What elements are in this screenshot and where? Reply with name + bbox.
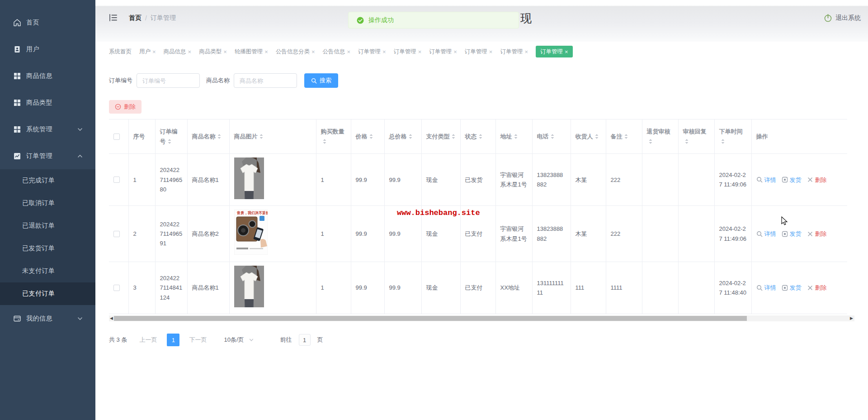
scroll-right-arrow[interactable]: ▶ [850,315,853,321]
sidebar-item-订单管理[interactable]: 订单管理 [0,143,95,169]
horizontal-scrollbar[interactable]: ◀ ▶ [109,315,854,321]
tab-close-icon[interactable]: × [311,48,315,55]
tab-轮播图管理-4[interactable]: 轮播图管理× [235,48,268,56]
prev-page-button[interactable]: 上一页 [139,336,157,344]
tab-close-icon[interactable]: × [489,48,493,55]
tab-close-icon[interactable]: × [152,48,156,55]
column-header-product_name[interactable]: 商品名称 [187,119,229,154]
sidebar-subitem-已支付订单[interactable]: 已支付订单 [0,282,95,305]
column-header-total_price[interactable]: 总价格 [384,119,421,154]
sidebar-subitem-已退款订单[interactable]: 已退款订单 [0,215,95,237]
column-header-refund_audit[interactable]: 退货审核 [642,119,678,154]
column-header-audit_reply[interactable]: 审核回复 [678,119,714,154]
column-header-quantity[interactable]: 购买数量 [316,119,351,154]
tab-订单管理-7[interactable]: 订单管理× [358,48,386,56]
row-checkbox[interactable] [113,177,120,183]
column-header-remark[interactable]: 备注 [606,119,642,154]
tab-close-icon[interactable]: × [347,48,350,55]
tab-close-icon[interactable]: × [418,48,422,55]
sort-caret-icon[interactable] [624,133,628,140]
column-header-order_no[interactable]: 订单编号 [155,119,187,154]
sort-caret-icon[interactable] [721,138,725,145]
sidebar-subitem-未支付订单[interactable]: 未支付订单 [0,260,95,282]
next-page-button[interactable]: 下一页 [189,336,207,344]
tab-订单管理-12[interactable]: 订单管理× [536,46,573,57]
column-header-phone[interactable]: 电话 [532,119,571,154]
sidebar-subitem-已完成订单[interactable]: 已完成订单 [0,169,95,192]
action-ship-link[interactable]: 发货 [782,175,802,185]
column-header-pay_type[interactable]: 支付类型 [421,119,460,154]
search-button[interactable]: 搜索 [304,73,338,88]
tab-订单管理-10[interactable]: 订单管理× [465,48,493,56]
sort-caret-icon[interactable] [259,133,264,140]
sort-caret-icon[interactable] [451,133,456,140]
tab-close-icon[interactable]: × [524,48,528,55]
tab-用户-1[interactable]: 用户× [139,48,156,56]
page-size-select[interactable]: 10条/页 [224,336,254,344]
tab-close-icon[interactable]: × [188,48,192,55]
breadcrumb-home[interactable]: 首页 [129,14,142,22]
tab-close-icon[interactable]: × [453,48,457,55]
action-ship-link[interactable]: 发货 [782,283,802,292]
goto-page-input[interactable]: 1 [299,334,311,346]
collapse-menu-icon[interactable] [108,13,118,23]
sort-caret-icon[interactable] [217,133,222,140]
tab-close-icon[interactable]: × [382,48,386,55]
tab-订单管理-9[interactable]: 订单管理× [429,48,457,56]
column-header-product_image[interactable]: 商品图片 [229,119,316,154]
tab-公告信息分类-5[interactable]: 公告信息分类× [276,48,315,56]
column-header-receiver[interactable]: 收货人 [571,119,606,154]
sidebar-item-用户[interactable]: 用户 [0,36,95,62]
sidebar-item-商品类型[interactable]: 商品类型 [0,89,95,116]
sort-caret-icon[interactable] [684,138,689,145]
tab-商品信息-2[interactable]: 商品信息× [164,48,192,56]
page-number-button[interactable]: 1 [167,334,179,346]
product-name-input[interactable] [234,73,297,88]
sort-caret-icon[interactable] [648,138,653,145]
sidebar-subitem-已发货订单[interactable]: 已发货订单 [0,237,95,260]
delete-button[interactable]: 删除 [109,100,142,114]
sort-caret-icon[interactable] [369,133,373,140]
column-header-address[interactable]: 地址 [495,119,532,154]
logout-button[interactable]: 退出系统 [824,14,861,22]
tab-close-icon[interactable]: × [264,48,268,55]
sidebar-item-首页[interactable]: 首页 [0,9,95,36]
tab-系统首页-0[interactable]: 系统首页 [109,48,132,56]
scroll-left-arrow[interactable]: ◀ [110,315,113,321]
tab-close-icon[interactable]: × [223,48,227,55]
sidebar-subitem-已取消订单[interactable]: 已取消订单 [0,192,95,215]
action-del-link[interactable]: 删除 [807,175,827,185]
sidebar-item-我的信息[interactable]: 我的信息 [0,305,95,332]
row-checkbox[interactable] [113,231,120,237]
select-all-checkbox[interactable] [113,134,120,140]
sidebar-item-label: 订单管理 [26,152,77,160]
action-detail-link[interactable]: 详情 [756,229,776,239]
sort-caret-icon[interactable] [322,138,327,145]
tab-订单管理-11[interactable]: 订单管理× [500,48,528,56]
action-detail-link[interactable]: 详情 [756,283,776,292]
action-ship-link[interactable]: 发货 [782,229,802,239]
column-header-status[interactable]: 状态 [460,119,495,154]
sort-caret-icon[interactable] [514,133,518,140]
sort-caret-icon[interactable] [167,138,172,145]
order-no-input[interactable] [137,73,200,88]
tab-商品类型-3[interactable]: 商品类型× [199,48,227,56]
row-checkbox[interactable] [113,285,120,291]
action-detail-link[interactable]: 详情 [756,175,776,185]
tab-订单管理-8[interactable]: 订单管理× [394,48,422,56]
column-label: 收货人 [576,133,593,140]
sort-caret-icon[interactable] [594,133,599,140]
sidebar-item-商品信息[interactable]: 商品信息 [0,62,95,89]
sort-caret-icon[interactable] [550,133,555,140]
tab-close-icon[interactable]: × [565,48,568,55]
column-header-price[interactable]: 价格 [351,119,384,154]
action-del-link[interactable]: 删除 [807,283,827,292]
action-del-link[interactable]: 删除 [807,229,827,239]
scrollbar-thumb[interactable] [114,316,747,321]
tab-公告信息-6[interactable]: 公告信息× [322,48,350,56]
sort-caret-icon[interactable] [478,133,483,140]
cell-address: 宇宙银河系木星1号 [495,206,532,262]
sidebar-item-系统管理[interactable]: 系统管理 [0,116,95,143]
sort-caret-icon[interactable] [408,133,413,140]
column-header-order_time[interactable]: 下单时间 [714,119,751,154]
